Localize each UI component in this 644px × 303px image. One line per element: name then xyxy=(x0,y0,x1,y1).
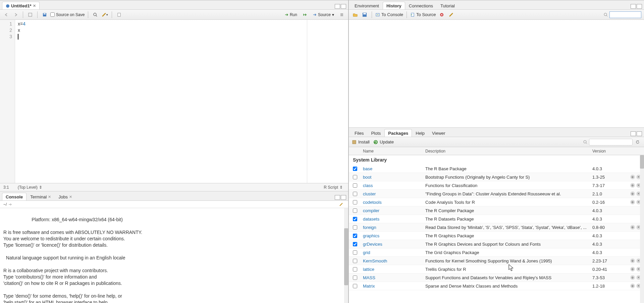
pkg-web-icon[interactable]: ⊕ xyxy=(630,267,635,271)
pkg-name-link[interactable]: MASS xyxy=(361,275,423,280)
tab-files[interactable]: Files xyxy=(351,129,367,137)
pkg-scrollbar[interactable] xyxy=(640,155,644,303)
pkg-load-checkbox[interactable] xyxy=(353,234,357,238)
history-search-input[interactable] xyxy=(609,11,641,18)
to-console-button[interactable]: To Console xyxy=(375,12,403,17)
pkg-load-checkbox[interactable] xyxy=(353,242,357,246)
pkg-search-input[interactable] xyxy=(589,139,633,145)
history-body[interactable] xyxy=(349,20,644,127)
console-output[interactable]: Platform: x86_64-w64-mingw32/x64 (64-bit… xyxy=(0,208,348,303)
compile-report-icon[interactable] xyxy=(115,11,123,18)
save-all-icon[interactable] xyxy=(42,0,49,0)
tab-packages[interactable]: Packages xyxy=(384,129,412,137)
load-history-icon[interactable] xyxy=(352,11,359,18)
clear-history-icon[interactable] xyxy=(447,11,455,18)
scope-selector[interactable]: (Top Level) ⇕ xyxy=(16,184,44,190)
tab-connections[interactable]: Connections xyxy=(405,2,437,9)
pkg-web-icon[interactable]: ⊕ xyxy=(630,275,635,280)
pkg-load-checkbox[interactable] xyxy=(353,267,357,271)
maximize-pane-icon[interactable] xyxy=(341,195,346,200)
pkg-load-checkbox[interactable] xyxy=(353,167,357,171)
chevron-down-icon[interactable]: ▾ xyxy=(639,0,641,0)
new-file-icon[interactable] xyxy=(3,0,10,0)
save-history-icon[interactable] xyxy=(361,11,368,18)
update-button[interactable]: Update xyxy=(373,139,394,145)
pkg-load-checkbox[interactable] xyxy=(353,259,357,263)
minimize-pane-icon[interactable] xyxy=(335,4,340,9)
pkg-load-checkbox[interactable] xyxy=(353,175,357,179)
to-source-button[interactable]: To Source xyxy=(410,12,436,17)
pkg-web-icon[interactable]: ⊕ xyxy=(630,191,635,196)
tab-terminal[interactable]: Terminal✕ xyxy=(26,193,55,200)
pkg-name-link[interactable]: grDevices xyxy=(361,242,423,247)
pkg-load-checkbox[interactable] xyxy=(353,276,357,280)
tab-viewer[interactable]: Viewer xyxy=(428,129,449,137)
code-tools-icon[interactable]: ▾ xyxy=(101,11,108,18)
pkg-load-checkbox[interactable] xyxy=(353,250,357,255)
source-button[interactable]: Source ▾ xyxy=(311,12,336,18)
pkg-name-link[interactable]: datasets xyxy=(361,217,423,222)
goto-dir-icon[interactable] xyxy=(8,202,12,206)
tab-tutorial[interactable]: Tutorial xyxy=(437,2,459,9)
minimize-pane-icon[interactable] xyxy=(631,131,636,136)
addins-dropdown[interactable]: Addins ▾ xyxy=(132,0,152,0)
pkg-web-icon[interactable]: ⊕ xyxy=(630,200,635,204)
minimize-pane-icon[interactable] xyxy=(631,4,636,9)
pkg-web-icon[interactable]: ⊕ xyxy=(630,258,635,263)
maximize-pane-icon[interactable] xyxy=(637,131,642,136)
pkg-web-icon[interactable]: ⊕ xyxy=(630,175,635,179)
pkg-web-icon[interactable]: ⊕ xyxy=(630,183,635,188)
source-tab-untitled[interactable]: Untitled1* ✕ xyxy=(2,2,40,9)
close-icon[interactable]: ✕ xyxy=(48,195,51,199)
back-arrow-icon[interactable] xyxy=(3,11,10,18)
new-project-icon[interactable] xyxy=(11,0,19,0)
maximize-pane-icon[interactable] xyxy=(341,4,346,9)
tab-help[interactable]: Help xyxy=(412,129,428,137)
close-icon[interactable]: ✕ xyxy=(69,195,72,199)
tab-environment[interactable]: Environment xyxy=(351,2,383,9)
tab-console[interactable]: Console xyxy=(2,193,26,200)
pkg-load-checkbox[interactable] xyxy=(353,284,357,288)
find-icon[interactable] xyxy=(92,11,99,18)
tab-jobs[interactable]: Jobs✕ xyxy=(55,193,75,200)
pkg-web-icon[interactable]: ⊕ xyxy=(630,284,635,288)
pkg-name-link[interactable]: lattice xyxy=(361,267,423,272)
show-in-new-window-icon[interactable] xyxy=(26,11,34,18)
install-button[interactable]: Install xyxy=(352,139,370,145)
pkg-load-checkbox[interactable] xyxy=(353,217,357,221)
pkg-name-link[interactable]: boot xyxy=(361,175,423,180)
pkg-name-link[interactable]: class xyxy=(361,183,423,188)
pkg-load-checkbox[interactable] xyxy=(353,183,357,188)
pkg-name-link[interactable]: compiler xyxy=(361,208,423,213)
tab-plots[interactable]: Plots xyxy=(367,129,384,137)
forward-arrow-icon[interactable] xyxy=(12,11,19,18)
close-icon[interactable]: ✕ xyxy=(33,4,36,8)
pkg-table-body[interactable]: System Library baseThe R Base Package4.0… xyxy=(349,155,644,303)
print-icon[interactable] xyxy=(51,0,58,0)
pkg-web-icon[interactable]: ⊕ xyxy=(630,225,635,230)
remove-history-icon[interactable] xyxy=(438,11,445,18)
pkg-name-link[interactable]: cluster xyxy=(361,191,423,196)
save-icon[interactable] xyxy=(33,0,41,0)
run-button[interactable]: Run xyxy=(282,12,299,18)
pkg-name-link[interactable]: grid xyxy=(361,250,423,255)
project-label[interactable]: Project: (None) xyxy=(608,0,637,0)
refresh-icon[interactable] xyxy=(634,138,641,146)
pkg-name-link[interactable]: codetools xyxy=(361,200,423,205)
source-on-save-input[interactable] xyxy=(50,12,55,17)
save-icon[interactable] xyxy=(41,11,48,18)
clear-console-icon[interactable] xyxy=(337,201,345,208)
pkg-name-link[interactable]: foreign xyxy=(361,225,423,230)
pkg-name-link[interactable]: base xyxy=(361,166,423,171)
scroll-thumb[interactable] xyxy=(640,155,644,169)
goto-file-function[interactable]: Go to file/function xyxy=(64,0,117,0)
tab-history[interactable]: History xyxy=(383,2,405,9)
source-on-save-checkbox[interactable]: Source on Save xyxy=(50,12,85,17)
console-scrollbar[interactable] xyxy=(344,208,348,303)
maximize-pane-icon[interactable] xyxy=(637,4,642,9)
pkg-name-link[interactable]: KernSmooth xyxy=(361,258,423,263)
pkg-load-checkbox[interactable] xyxy=(353,192,357,196)
pkg-name-link[interactable]: Matrix xyxy=(361,284,423,289)
code-editor[interactable]: 123 x=4 x xyxy=(0,20,348,183)
pkg-load-checkbox[interactable] xyxy=(353,200,357,204)
